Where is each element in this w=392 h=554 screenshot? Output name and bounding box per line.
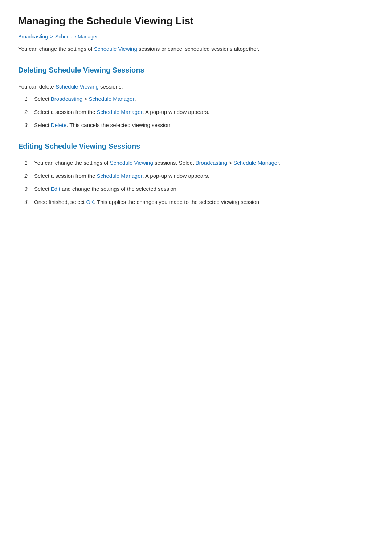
deleting-step-2: 2. Select a session from the Schedule Ma… [22, 108, 374, 116]
editing-step-2-number: 2. [22, 172, 29, 180]
deleting-step-1: 1. Select Broadcasting > Schedule Manage… [22, 95, 374, 103]
es1-before: You can change the settings of [34, 160, 110, 166]
ds1-after: . [134, 96, 136, 102]
editing-step-3-number: 3. [22, 185, 29, 193]
section-editing: Editing Schedule Viewing Sessions 1. You… [18, 140, 374, 206]
editing-step-4-number: 4. [22, 198, 29, 206]
intro-text-after: sessions or cancel scheduled sessions al… [137, 46, 260, 52]
intro-highlight-schedule-viewing: Schedule Viewing [94, 46, 137, 52]
es2-after: . A pop-up window appears. [143, 173, 209, 179]
intro-text-before: You can change the settings of [18, 46, 94, 52]
deleting-step-2-number: 2. [22, 108, 29, 116]
editing-step-1: 1. You can change the settings of Schedu… [22, 159, 374, 167]
deleting-step-3-number: 3. [22, 121, 29, 130]
ds3-delete: Delete [51, 122, 66, 128]
editing-step-2-content: Select a session from the Schedule Manag… [34, 172, 374, 180]
breadcrumb-separator: > [50, 33, 53, 41]
deleting-step-1-content: Select Broadcasting > Schedule Manager. [34, 95, 374, 103]
breadcrumb: Broadcasting > Schedule Manager [18, 33, 374, 41]
deleting-intro-highlight: Schedule Viewing [56, 83, 99, 90]
deleting-step-3: 3. Select Delete. This cancels the selec… [22, 121, 374, 130]
ds2-before: Select a session from the [34, 109, 97, 115]
editing-step-2: 2. Select a session from the Schedule Ma… [22, 172, 374, 180]
deleting-step-2-content: Select a session from the Schedule Manag… [34, 108, 374, 116]
es3-before: Select [34, 186, 51, 192]
es1-schedule-viewing: Schedule Viewing [110, 160, 153, 166]
es4-before: Once finished, select [34, 199, 86, 205]
ds1-before: Select [34, 96, 51, 102]
deleting-intro-before: You can delete [18, 83, 56, 90]
editing-step-3: 3. Select Edit and change the settings o… [22, 185, 374, 193]
deleting-intro: You can delete Schedule Viewing sessions… [18, 82, 374, 91]
ds1-broadcasting: Broadcasting [51, 96, 83, 102]
es3-after: and change the settings of the selected … [60, 186, 178, 192]
es3-edit: Edit [51, 186, 60, 192]
deleting-steps-list: 1. Select Broadcasting > Schedule Manage… [22, 95, 374, 130]
ds2-schedule-manager: Schedule Manager [97, 109, 143, 115]
es1-after: . [279, 160, 281, 166]
editing-step-1-content: You can change the settings of Schedule … [34, 159, 374, 167]
ds1-schedule-manager: Schedule Manager [89, 96, 135, 102]
es1-schedule-manager: Schedule Manager [233, 160, 279, 166]
section-deleting-title: Deleting Schedule Viewing Sessions [18, 64, 374, 77]
es2-before: Select a session from the [34, 173, 97, 179]
es4-ok: OK [86, 199, 94, 205]
es2-schedule-manager: Schedule Manager [97, 173, 143, 179]
deleting-intro-after: sessions. [99, 83, 123, 90]
es4-after: . This applies the changes you made to t… [94, 199, 261, 205]
editing-step-1-number: 1. [22, 159, 29, 167]
ds3-after: . This cancels the selected viewing sess… [66, 122, 172, 128]
ds1-sep: > [82, 96, 89, 102]
ds2-after: . A pop-up window appears. [143, 109, 209, 115]
editing-steps-list: 1. You can change the settings of Schedu… [22, 159, 374, 206]
editing-step-3-content: Select Edit and change the settings of t… [34, 185, 374, 193]
es1-middle: sessions. Select [153, 160, 196, 166]
section-deleting: Deleting Schedule Viewing Sessions You c… [18, 64, 374, 130]
deleting-step-1-number: 1. [22, 95, 29, 103]
page-title: Managing the Schedule Viewing List [18, 15, 374, 28]
breadcrumb-schedule-manager[interactable]: Schedule Manager [55, 33, 98, 41]
es1-sep: > [227, 160, 233, 166]
section-editing-title: Editing Schedule Viewing Sessions [18, 140, 374, 153]
intro-text: You can change the settings of Schedule … [18, 45, 374, 53]
deleting-step-3-content: Select Delete. This cancels the selected… [34, 121, 374, 130]
editing-step-4-content: Once finished, select OK. This applies t… [34, 198, 374, 206]
ds3-before: Select [34, 122, 51, 128]
editing-step-4: 4. Once finished, select OK. This applie… [22, 198, 374, 206]
es1-broadcasting: Broadcasting [195, 160, 227, 166]
breadcrumb-broadcasting[interactable]: Broadcasting [18, 33, 48, 41]
